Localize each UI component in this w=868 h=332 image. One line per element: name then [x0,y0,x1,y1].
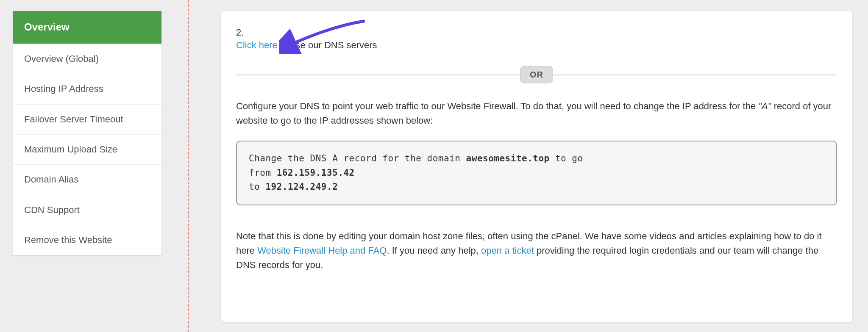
sidebar-item-failover-timeout[interactable]: Failover Server Timeout [13,105,161,135]
or-divider: OR [236,66,837,83]
sidebar-item-label: Failover Server Timeout [24,114,123,125]
code-l3-pre: to [249,182,265,192]
sidebar-item-hosting-ip[interactable]: Hosting IP Address [13,74,161,104]
code-l2-b: 162.159.135.42 [277,168,355,178]
dns-code-box: Change the DNS A record for the domain a… [236,141,837,205]
sidebar-item-label: CDN Support [24,205,80,215]
desc-pre: Configure your DNS to point your web tra… [236,101,758,111]
dns-description: Configure your DNS to point your web tra… [236,99,837,128]
sidebar-item-domain-alias[interactable]: Domain Alias [13,165,161,195]
step-line: Click here to use our DNS servers [236,40,837,51]
step-number: 2. [236,27,837,38]
sidebar-item-max-upload[interactable]: Maximum Upload Size [13,135,161,165]
or-pill: OR [520,66,553,83]
sidebar-item-label: Remove this Website [24,235,112,245]
help-faq-link[interactable]: Website Firewall Help and FAQ [257,245,387,256]
sidebar-item-label: Overview [24,21,70,33]
sidebar: Overview Overview (Global) Hosting IP Ad… [13,11,161,255]
sidebar-item-remove-website[interactable]: Remove this Website [13,225,161,255]
code-l3-b: 192.124.249.2 [265,182,338,192]
code-l1-b: awesomesite.top [466,153,550,163]
code-l2-pre: from [249,168,277,178]
note-2: . If you need any help, [387,245,481,256]
sidebar-item-label: Maximum Upload Size [24,144,117,155]
desc-ital: "A" [758,101,771,111]
sidebar-item-label: Domain Alias [24,174,78,185]
open-ticket-link[interactable]: open a ticket [481,245,534,256]
click-here-link[interactable]: Click here [236,40,278,50]
sidebar-item-label: Overview (Global) [24,53,99,64]
note-text: Note that this is done by editing your d… [236,229,837,272]
sidebar-item-overview[interactable]: Overview [13,11,161,44]
sidebar-item-overview-global[interactable]: Overview (Global) [13,44,161,74]
sidebar-item-label: Hosting IP Address [24,83,103,94]
step-line-tail: to use our DNS servers [278,40,377,50]
code-l1-post: to go [550,153,583,163]
code-l1-pre: Change the DNS A record for the domain [249,153,466,163]
annotation-dashed-line [188,0,189,332]
sidebar-item-cdn-support[interactable]: CDN Support [13,195,161,225]
main-panel: 2. Click here to use our DNS servers OR … [221,11,852,322]
